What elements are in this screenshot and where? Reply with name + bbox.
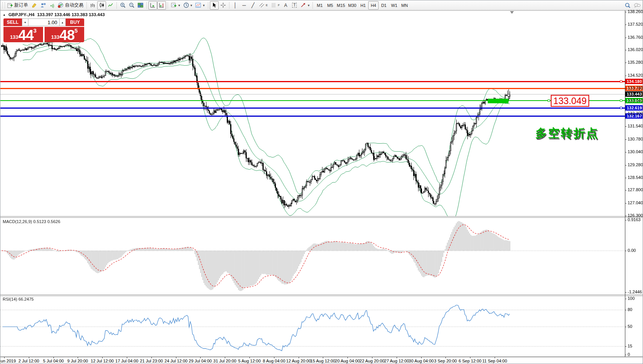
- line-drag-handle[interactable]: [620, 99, 622, 102]
- rsi-tick: [625, 310, 626, 310]
- level-line-133443[interactable]: [0, 94, 625, 94]
- timeframe-w1[interactable]: W1: [389, 1, 399, 10]
- channel-icon: [259, 2, 265, 8]
- panel-separator[interactable]: [0, 216, 643, 217]
- buy-price-button[interactable]: 133 48 5: [45, 27, 84, 42]
- news-signal-button[interactable]: [47, 1, 56, 10]
- candle-chart-mode-button[interactable]: [97, 1, 106, 10]
- rsi-tick: [625, 299, 626, 299]
- price-tick-label: 137.520: [628, 22, 643, 26]
- thick-green-segment[interactable]: [488, 99, 508, 103]
- autotrading-button[interactable]: 自动交易: [56, 1, 85, 10]
- line-drag-handle[interactable]: [620, 107, 622, 109]
- chart-header: ▲ GBPJPY-,H4 133.397 133.446 133.383 133…: [3, 12, 105, 17]
- price-callout-box[interactable]: 133.049: [551, 95, 589, 107]
- indicators-button[interactable]: ▾: [169, 1, 182, 10]
- vertical-line-tool[interactable]: │: [231, 1, 240, 10]
- level-line-133773[interactable]: [0, 88, 625, 89]
- rsi-tick: [625, 346, 626, 347]
- time-tick: [347, 357, 348, 358]
- new-order-icon: [7, 2, 13, 8]
- tile-windows-button[interactable]: [136, 1, 145, 10]
- macd-label: MACD(12,26,9) 0.5123 0.5626: [3, 219, 60, 224]
- timeframe-mn[interactable]: MN: [399, 1, 410, 10]
- arrows-tool-button[interactable]: ▾: [299, 1, 311, 10]
- chart-shift-marker[interactable]: [510, 11, 514, 14]
- up-arrow-icon: ▲: [61, 21, 64, 24]
- time-tick-label: 6 Sep 12:00: [459, 359, 481, 363]
- auto-scroll-button[interactable]: [148, 1, 157, 10]
- macd-panel-canvas[interactable]: [0, 218, 625, 295]
- mt4-window: 新订单 自动交易: [0, 0, 643, 364]
- line-chart-icon: [108, 2, 113, 8]
- down-arrow-icon: ▼: [24, 21, 27, 24]
- cursor-tool-button[interactable]: [210, 1, 219, 10]
- bar-chart-mode-button[interactable]: [88, 1, 97, 10]
- rsi-axis-value: 15: [628, 344, 632, 348]
- level-line-134180[interactable]: [0, 81, 625, 82]
- crosshair-tool-button[interactable]: [219, 1, 228, 10]
- panel-separator[interactable]: [0, 295, 643, 295]
- line-chart-mode-button[interactable]: [106, 1, 115, 10]
- rsi-label: RSI(14) 66.2475: [3, 297, 34, 301]
- fibonacci-tool[interactable]: F: [269, 1, 281, 10]
- text-label-icon: T: [292, 3, 297, 8]
- sell-price-main: 44: [18, 29, 33, 41]
- timeframe-m1[interactable]: M1: [314, 1, 325, 10]
- text-tool[interactable]: A: [281, 1, 290, 10]
- timeframe-h4[interactable]: H4: [368, 1, 379, 10]
- market-profile-button[interactable]: [38, 1, 47, 10]
- sell-price-pips: 3: [33, 27, 37, 34]
- periods-button[interactable]: ▾: [182, 1, 194, 10]
- new-order-button[interactable]: 新订单: [6, 1, 30, 10]
- price-chart-canvas[interactable]: [0, 10, 625, 217]
- zoom-out-button[interactable]: [127, 1, 136, 10]
- sell-button[interactable]: SELL: [3, 18, 22, 26]
- time-tick: [53, 357, 54, 358]
- zoom-in-button[interactable]: [118, 1, 127, 10]
- trendline-tool[interactable]: ╱: [249, 1, 258, 10]
- horizontal-line-tool[interactable]: ─: [240, 1, 249, 10]
- volume-decrease-button[interactable]: ▼: [22, 18, 28, 26]
- line-drag-handle[interactable]: [548, 99, 550, 102]
- time-tick-label: 5 Jul 04:00: [43, 359, 64, 363]
- timeframe-d1[interactable]: D1: [379, 1, 389, 10]
- rsi-panel-canvas[interactable]: [0, 296, 625, 357]
- toolbar-grip: [2, 2, 5, 8]
- timeframe-m5[interactable]: M5: [325, 1, 335, 10]
- sell-price-button[interactable]: 133 44 3: [3, 27, 43, 42]
- turning-point-annotation[interactable]: 多空转折点: [535, 126, 599, 141]
- price-tick: [625, 126, 626, 127]
- buy-button[interactable]: BUY: [66, 18, 84, 26]
- level-line-132167[interactable]: [0, 116, 625, 117]
- timeframe-m15[interactable]: M15: [335, 1, 346, 10]
- time-tick-label: 22 Aug 20:00: [360, 359, 385, 363]
- panel-separator: [0, 217, 643, 218]
- highlighter-button[interactable]: [30, 1, 38, 10]
- price-tick: [625, 88, 626, 89]
- search-button[interactable]: [623, 1, 632, 10]
- level-line-133049[interactable]: [0, 100, 625, 101]
- new-order-label: 新订单: [14, 2, 28, 8]
- timeframe-m30[interactable]: M30: [347, 1, 358, 10]
- collapse-quotes-arrow[interactable]: ▲: [3, 13, 6, 17]
- sell-price-prefix: 133: [10, 34, 18, 40]
- axis-price-tag-132619: 132.619: [625, 105, 643, 111]
- time-tick-label: 2 Jul 12:00: [18, 359, 39, 363]
- templates-button[interactable]: ▾: [194, 1, 206, 10]
- time-tick-label: 31 Jul 20:00: [213, 359, 236, 363]
- line-drag-handle[interactable]: [620, 80, 622, 83]
- chart-shift-icon: [159, 2, 164, 8]
- volume-increase-button[interactable]: ▲: [59, 18, 66, 26]
- chart-shift-button[interactable]: [157, 1, 166, 10]
- price-tick-label: 130.040: [628, 149, 643, 154]
- volume-input[interactable]: [28, 18, 59, 26]
- fibo-letter: F: [278, 3, 280, 7]
- community-chat-button[interactable]: [632, 1, 642, 10]
- channel-tool[interactable]: E: [258, 1, 269, 10]
- price-tick: [625, 152, 626, 152]
- text-label-tool[interactable]: T: [290, 1, 299, 10]
- level-line-132619[interactable]: [0, 108, 625, 109]
- price-tick-label: 127.040: [628, 200, 643, 205]
- timeframe-h1[interactable]: H1: [358, 1, 368, 10]
